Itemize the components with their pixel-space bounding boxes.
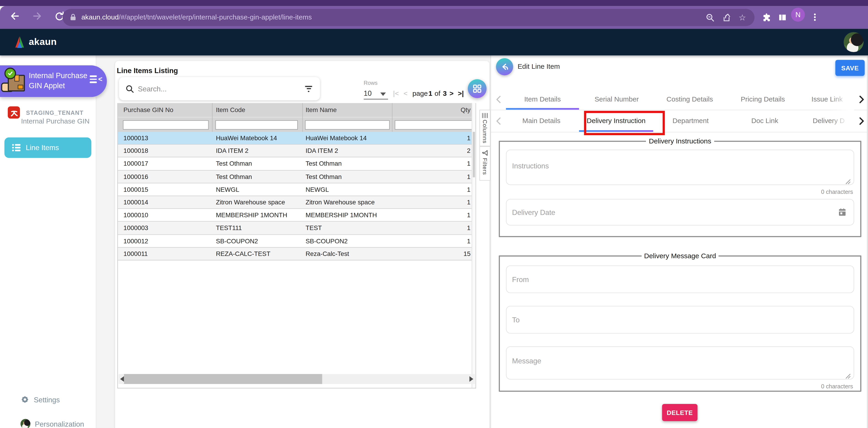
pagination-total-pages: 3 (443, 90, 447, 97)
rows-per-page-select[interactable]: 10 (364, 89, 372, 97)
user-avatar[interactable] (844, 32, 864, 52)
pagination-current-page: 1 (429, 90, 432, 97)
delivery-instructions-fieldset: Delivery Instructions 0 characters (499, 138, 861, 237)
table-row[interactable]: 1000016Test OthmanTest Othman1 (118, 170, 475, 183)
column-header-qty[interactable]: Qty (461, 103, 470, 117)
table-row[interactable]: 1000003TEST111TEST1 (118, 222, 475, 235)
tab-serial-number[interactable]: Serial Number (580, 89, 653, 110)
sidebar-item-line-items[interactable]: Line Items (4, 138, 91, 158)
from-input[interactable] (506, 266, 854, 293)
instructions-textarea[interactable] (506, 150, 854, 184)
filter-funnel-icon (482, 150, 488, 156)
pagination-prev-button[interactable]: < (404, 90, 408, 97)
message-textarea[interactable] (506, 347, 854, 379)
filter-input-item-code[interactable] (215, 120, 298, 130)
calendar-icon[interactable] (838, 207, 847, 219)
address-bar[interactable]: akaun.cloud/#/applet/tnt/wavelet/erp/int… (62, 8, 754, 26)
column-header-item-name[interactable]: Item Name (306, 103, 337, 117)
search-input[interactable]: Search... (119, 77, 320, 101)
browser-forward-button[interactable] (30, 9, 44, 23)
scroll-right-arrow-icon[interactable] (469, 376, 473, 382)
cell-item-code: NEWGL (216, 183, 239, 196)
table-row[interactable]: 1000018IDA ITEM 2IDA ITEM 22 (118, 145, 475, 158)
chevron-down-icon[interactable] (380, 92, 386, 96)
cell-item-name: Test Othman (306, 158, 342, 170)
tab-delivery-instruction[interactable]: Delivery Instruction (578, 110, 654, 132)
tab-department[interactable]: Department (654, 110, 727, 132)
secondary-tab-bar: Main DetailsDelivery InstructionDepartme… (491, 110, 868, 133)
cell-qty: 1 (467, 209, 470, 221)
cell-item-code: Zitron Warehouse space (216, 196, 285, 208)
cell-qty: 1 (467, 170, 470, 183)
scroll-left-arrow-icon[interactable] (120, 376, 124, 382)
instructions-field (506, 150, 854, 185)
pagination-first-button[interactable]: |< (393, 90, 399, 97)
column-divider (392, 103, 392, 132)
table-row[interactable]: 1000017Test OthmanTest Othman1 (118, 158, 475, 170)
tab-costing-details[interactable]: Costing Details (653, 89, 726, 110)
column-header-purchase-gin-no[interactable]: Purchase GIN No (123, 103, 173, 117)
table-vertical-scrollbar[interactable] (471, 103, 475, 388)
table-row[interactable]: 1000010MEMBERSHIP 1MONTHMEMBERSHIP 1MONT… (118, 209, 475, 222)
applet-name: Internal Purchase GIN Applet (29, 71, 88, 91)
browser-profile-avatar[interactable]: N (791, 8, 805, 22)
table-row[interactable]: 1000012SB-COUPON2SB-COUPON21 (118, 235, 475, 248)
filters-side-tab[interactable]: Filters (479, 146, 490, 180)
tabs-scroll-right-icon[interactable] (855, 110, 867, 132)
sidebar-module-label[interactable]: Internal Purchase GIN (21, 117, 90, 125)
pagination-next-button[interactable]: > (450, 90, 454, 97)
package-applet-icon (1, 68, 27, 95)
side-panel-icon[interactable] (777, 12, 788, 23)
cell-item-code: IDA ITEM 2 (216, 145, 248, 157)
edit-line-item-panel: Edit Line Item SAVE Item DetailsSerial N… (491, 55, 868, 428)
sidebar-applet-selector[interactable]: Internal Purchase GIN Applet < (0, 65, 107, 97)
browser-back-button[interactable] (8, 9, 22, 23)
delete-button[interactable]: DELETE (662, 404, 698, 421)
tab-doc-link[interactable]: Doc Link (727, 110, 803, 132)
tabs-scroll-left-icon[interactable] (492, 110, 504, 132)
browser-menu-icon[interactable] (809, 12, 820, 23)
save-button[interactable]: SAVE (835, 60, 865, 76)
message-char-count: 0 characters (500, 383, 853, 390)
filter-list-icon[interactable] (305, 86, 312, 92)
listing-title: Line Items Listing (117, 66, 178, 75)
tab-pricing-details[interactable]: Pricing Details (726, 89, 799, 110)
grid-icon (473, 84, 482, 93)
filter-input-item-name[interactable] (305, 120, 390, 130)
tabs-scroll-right-icon[interactable] (855, 89, 867, 110)
horizontal-scroll-thumb[interactable] (124, 374, 322, 384)
tab-main-details[interactable]: Main Details (505, 110, 578, 132)
extensions-puzzle-icon[interactable] (761, 12, 772, 23)
zoom-out-icon[interactable] (705, 12, 716, 23)
filter-input-purchase-gin-no[interactable] (123, 120, 209, 130)
table-row[interactable]: 1000013HuaWei Matebook 14HuaWei Matebook… (118, 132, 475, 145)
back-button[interactable] (496, 58, 513, 76)
tab-delivery-d[interactable]: Delivery D (803, 110, 854, 132)
grid-view-button[interactable] (468, 79, 487, 98)
tab-issue-link[interactable]: Issue Link (799, 89, 854, 110)
table-row[interactable]: 1000014Zitron Warehouse spaceZitron Ware… (118, 196, 475, 209)
sidebar-item-personalization[interactable]: Personalization (0, 418, 96, 428)
sidebar-item-settings[interactable]: Settings (0, 393, 96, 405)
column-header-item-code[interactable]: Item Code (216, 103, 245, 117)
share-icon[interactable] (721, 12, 732, 23)
cell-item-code: REZA-CALC-TEST (216, 248, 270, 260)
table-row[interactable]: 1000015NEWGLNEWGL1 (118, 183, 475, 196)
personalization-avatar-icon (20, 419, 30, 428)
sidebar-collapse-icon[interactable]: < (90, 76, 102, 83)
table-row[interactable]: 1000011REZA-CALC-TESTReza-Calc-Test15 (118, 248, 475, 260)
table-horizontal-scrollbar[interactable] (119, 374, 475, 384)
columns-side-tab[interactable]: Columns (479, 110, 490, 146)
cell-purchase-gin-no: 1000010 (123, 209, 148, 221)
filter-input-qty[interactable] (395, 120, 475, 130)
delivery-date-input[interactable] (506, 200, 854, 225)
panel-scrollbar[interactable] (867, 55, 868, 428)
cell-item-code: SB-COUPON2 (216, 235, 258, 247)
bookmark-star-icon[interactable]: ☆ (737, 12, 748, 23)
settings-label: Settings (34, 396, 60, 404)
tabs-scroll-left-icon[interactable] (492, 89, 504, 110)
pagination-last-button[interactable]: >| (458, 90, 464, 97)
akaun-logo[interactable]: akaun (13, 35, 57, 48)
tab-item-details[interactable]: Item Details (505, 89, 580, 110)
to-input[interactable] (506, 306, 854, 333)
